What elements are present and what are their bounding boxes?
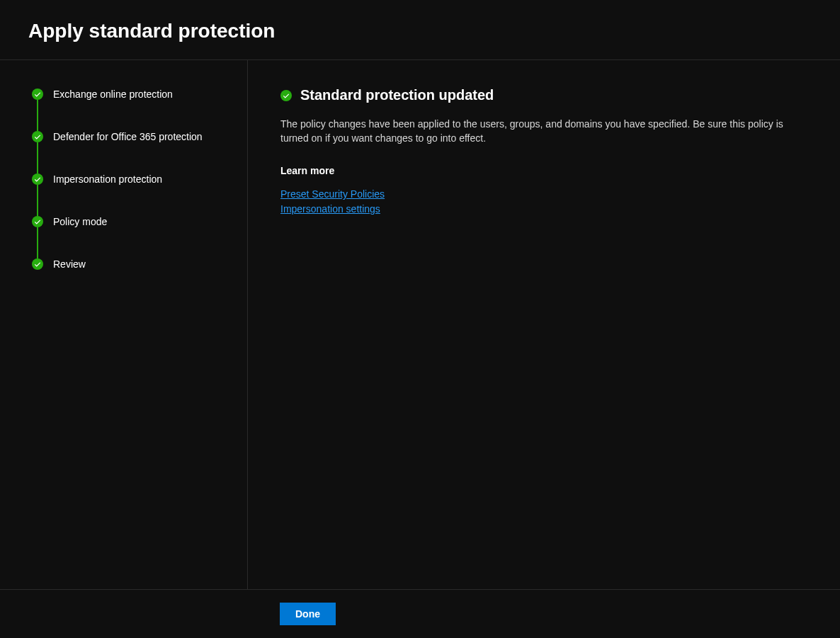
step-policy-mode[interactable]: Policy mode: [32, 216, 233, 258]
wizard-sidebar: Exchange online protection Defender for …: [0, 60, 248, 589]
step-defender-office-365[interactable]: Defender for Office 365 protection: [32, 131, 233, 173]
step-connector: [37, 142, 38, 173]
step-label: Review: [53, 258, 86, 270]
link-impersonation-settings[interactable]: Impersonation settings: [280, 203, 380, 217]
page-title: Apply standard protection: [28, 20, 812, 42]
status-title: Standard protection updated: [300, 87, 494, 103]
wizard-header: Apply standard protection: [0, 0, 840, 60]
step-label: Impersonation protection: [53, 173, 162, 185]
checkmark-icon: [32, 216, 43, 227]
main-area: Exchange online protection Defender for …: [0, 60, 840, 590]
step-label: Exchange online protection: [53, 89, 173, 100]
status-heading: Standard protection updated: [280, 87, 807, 103]
success-icon: [280, 90, 292, 101]
step-list: Exchange online protection Defender for …: [32, 89, 233, 270]
checkmark-icon: [32, 131, 43, 142]
checkmark-icon: [32, 173, 43, 185]
checkmark-icon: [32, 89, 43, 100]
step-label: Policy mode: [53, 216, 107, 227]
step-label: Defender for Office 365 protection: [53, 131, 203, 142]
wizard-content: Standard protection updated The policy c…: [248, 60, 840, 589]
wizard-footer: Done: [0, 590, 840, 638]
checkmark-icon: [32, 258, 43, 270]
learn-more-links: Preset Security Policies Impersonation s…: [280, 188, 807, 216]
step-connector: [37, 100, 38, 131]
done-button[interactable]: Done: [280, 603, 336, 625]
step-review[interactable]: Review: [32, 258, 233, 270]
step-impersonation-protection[interactable]: Impersonation protection: [32, 173, 233, 216]
learn-more-heading: Learn more: [280, 165, 807, 176]
status-description: The policy changes have been applied to …: [280, 118, 807, 145]
link-preset-security-policies[interactable]: Preset Security Policies: [280, 188, 385, 202]
step-connector: [37, 227, 38, 258]
step-exchange-online-protection[interactable]: Exchange online protection: [32, 89, 233, 131]
step-connector: [37, 185, 38, 216]
